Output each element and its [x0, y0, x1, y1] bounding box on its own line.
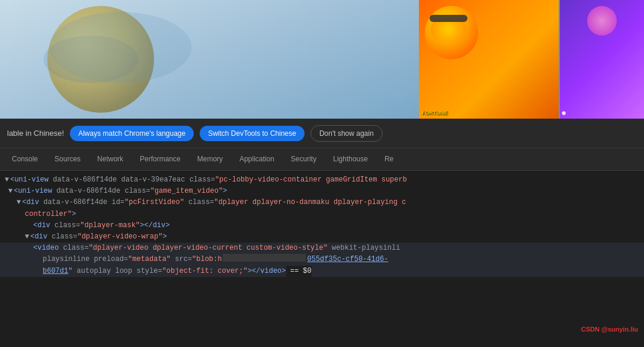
dont-show-again-button[interactable]: Don't show again: [310, 125, 383, 142]
left-game-section: [0, 0, 419, 119]
arrow-2[interactable]: [8, 186, 12, 197]
link-2[interactable]: b607d1: [43, 266, 68, 277]
code-line-7: <video class="dplayer-video dplayer-vide…: [0, 243, 644, 254]
tab-lighthouse[interactable]: Lighthouse: [325, 148, 376, 170]
tab-re[interactable]: Re: [376, 148, 402, 170]
tab-console[interactable]: Console: [4, 148, 46, 170]
tab-performance[interactable]: Performance: [132, 148, 189, 170]
code-panel: <uni-view data-v-686f14de data-v-39ea7ea…: [0, 171, 644, 281]
arrow-6[interactable]: [25, 231, 29, 243]
tab-security[interactable]: Security: [283, 148, 325, 170]
right-game-cards: FORTUNE ◉: [419, 0, 644, 119]
lang-message-text: lable in Chinese!: [7, 129, 64, 138]
code-line-4: controller">: [0, 209, 644, 220]
code-line-3: <div data-v-686f14de id="pcFirstVideo" c…: [0, 197, 644, 208]
switch-devtools-button[interactable]: Switch DevTools to Chinese: [200, 126, 305, 141]
match-language-button[interactable]: Always match Chrome's language: [70, 126, 194, 141]
tab-network[interactable]: Network: [89, 148, 132, 170]
arrow-3[interactable]: [17, 197, 21, 208]
tab-sources[interactable]: Sources: [46, 148, 89, 170]
code-line-1: <uni-view data-v-686f14de data-v-39ea7ea…: [0, 174, 644, 186]
link-1[interactable]: 055df35c-cf50-41d6-: [307, 254, 388, 265]
devtools-tabs-bar: Console Sources Network Performance Memo…: [0, 148, 644, 171]
arrow-1[interactable]: [5, 174, 9, 186]
code-line-9: b607d1 " autoplay loop style="object-fit…: [0, 266, 644, 277]
svg-point-1: [44, 36, 139, 83]
watermark: CSDN @sunyin.liu: [581, 326, 638, 333]
code-line-2: <uni-view data-v-686f14de class="game_it…: [0, 186, 644, 197]
game-card-tiger: FORTUNE: [419, 0, 559, 119]
game-card-purple: ◉: [560, 0, 644, 119]
language-bar: lable in Chinese! Always match Chrome's …: [0, 119, 644, 148]
tab-application[interactable]: Application: [231, 148, 283, 170]
code-line-6: <div class="dplayer-video-wrap">: [0, 231, 644, 243]
code-line-5: <div class="dplayer-mask"></div>: [0, 220, 644, 231]
browser-content: FORTUNE ◉: [0, 0, 644, 119]
tag-1: <uni-view: [10, 174, 53, 186]
tab-memory[interactable]: Memory: [189, 148, 231, 170]
code-line-8: playsinline preload="metadata" src="blob…: [0, 254, 644, 265]
dollar-sign: == $0: [286, 266, 312, 277]
